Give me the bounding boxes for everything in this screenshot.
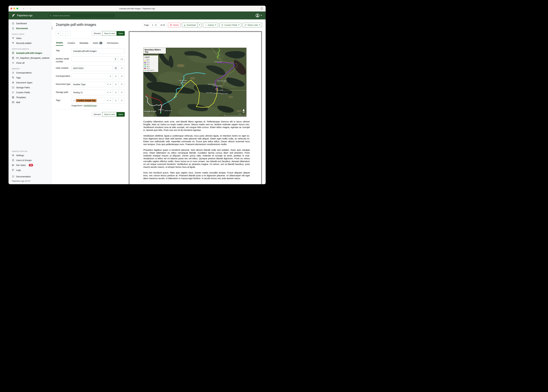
- tab-content[interactable]: Content: [67, 40, 75, 46]
- filter-by-date-button[interactable]: [119, 66, 125, 71]
- share-icon[interactable]: [260, 7, 263, 10]
- calendar-button[interactable]: [113, 66, 119, 71]
- field-correspondent: Correspondent: [56, 74, 125, 79]
- list-details-icon: [12, 91, 14, 94]
- tags-select[interactable]: ✕ Another Sample Tag ✕: [71, 98, 113, 103]
- map-title: Boundary Waters Trip: [145, 49, 165, 53]
- add-tag-button[interactable]: [113, 98, 119, 103]
- date-created-value: 03/27/2022: [73, 67, 84, 70]
- save-and-next-button[interactable]: Save & next: [102, 112, 117, 117]
- clear-icon[interactable]: ✕: [106, 91, 110, 94]
- legend-label: Day 1: [146, 58, 150, 60]
- sidebar-item-label: H7_Napoleon_Bonaparte_zadanie: [16, 57, 50, 59]
- browser-forward-icon[interactable]: ›: [29, 7, 32, 10]
- legend-item: Entry Point 24: [144, 70, 157, 71]
- title-input[interactable]: 2sample-pdf-with-images: [71, 48, 125, 54]
- sidebar-item-storage-paths[interactable]: Storage Paths: [8, 85, 51, 90]
- user-menu[interactable]: [255, 14, 262, 17]
- page-label: Page: [143, 22, 151, 28]
- sidebar-item-documentation[interactable]: Documentation: [8, 174, 51, 179]
- next-document-button[interactable]: →: [65, 31, 70, 36]
- correspondent-select[interactable]: [71, 74, 113, 79]
- sidebar-item-templates[interactable]: Templates: [8, 95, 51, 100]
- filter-by-document-type-button[interactable]: [119, 82, 125, 87]
- sidebar-collapse-button[interactable]: «: [51, 26, 53, 30]
- sidebar-item-tags[interactable]: Tags: [8, 75, 51, 80]
- sidebar-open-doc-2[interactable]: H7_Napoleon_Bonaparte_zadanie: [8, 56, 51, 60]
- close-document-button[interactable]: ✕: [56, 31, 61, 36]
- legend-item: Day 3: [144, 62, 157, 63]
- map-label: Indian Grave Island: [217, 80, 227, 82]
- filter-by-tag-button[interactable]: [119, 98, 125, 103]
- browser-back-icon[interactable]: ‹: [22, 7, 25, 10]
- remove-tag-icon[interactable]: ✕: [73, 99, 75, 102]
- tag-chip[interactable]: Another Sample Tag: [76, 99, 97, 102]
- sidebar-item-documents[interactable]: Documents: [8, 26, 51, 31]
- asn-stepper[interactable]: [114, 57, 117, 61]
- sidebar-item-settings[interactable]: Settings: [8, 153, 51, 158]
- sidebar-item-logs[interactable]: Logs: [8, 168, 51, 173]
- page-number-input[interactable]: 1: [150, 22, 159, 28]
- custom-fields-button[interactable]: Custom Fields: [219, 23, 241, 27]
- tab-notes-label: Notes: [93, 42, 98, 44]
- download-button[interactable]: Download: [182, 23, 198, 27]
- sidebar-item-recently-added[interactable]: Recently Added: [8, 41, 51, 46]
- save-and-next-button[interactable]: Save & next: [102, 31, 117, 36]
- save-button[interactable]: Save: [116, 112, 125, 117]
- filter-by-correspondent-button[interactable]: [119, 74, 125, 79]
- pdf-preview-pane[interactable]: Hausons Island New York Island Gary Isla…: [129, 31, 262, 184]
- legend-title: Legend: [144, 56, 157, 58]
- close-icon: [12, 62, 14, 64]
- sidebar-item-label: Documents: [16, 27, 28, 30]
- document-paragraph: Curabitur bibendum ante urna, sed blandi…: [143, 120, 250, 132]
- sidebar-item-document-types[interactable]: Document Types: [8, 80, 51, 85]
- discard-button[interactable]: Discard: [92, 112, 102, 117]
- legend-label: Day 3: [146, 62, 150, 63]
- sidebar-item-correspondents[interactable]: Correspondents: [8, 70, 51, 75]
- sidebar-open-doc-current[interactable]: 2sample-pdf-with-images: [8, 50, 51, 56]
- actions-button[interactable]: ... Actions: [203, 23, 218, 27]
- legend-label: Day 4: [146, 64, 150, 65]
- sidebar-item-users-groups[interactable]: Users & Groups: [8, 158, 51, 163]
- app-brand[interactable]: Paperless-ngx: [8, 14, 51, 17]
- suggestion-link[interactable]: TagWithPartial: [84, 105, 97, 107]
- sidebar-item-dashboard[interactable]: Dashboard: [8, 21, 51, 26]
- global-search[interactable]: Search documents: [48, 13, 116, 18]
- sidebar-item-custom-fields[interactable]: Custom Fields: [8, 90, 51, 95]
- user-avatar-icon: [255, 14, 260, 17]
- save-button[interactable]: Save: [116, 31, 125, 36]
- add-document-type-button[interactable]: [113, 82, 119, 87]
- tab-metadata[interactable]: Metadata: [79, 40, 88, 46]
- filter-by-storage-path-button[interactable]: [119, 90, 125, 95]
- sidebar-item-close-all[interactable]: Close all: [8, 60, 51, 65]
- clear-icon[interactable]: ✕: [106, 83, 110, 86]
- tab-notes[interactable]: Notes 1: [93, 40, 103, 46]
- close-window-button[interactable]: [10, 8, 12, 9]
- sidebar-item-file-tasks[interactable]: File Tasks 16: [8, 163, 51, 168]
- asn-increment-button[interactable]: +1: [119, 56, 125, 62]
- page-number-stepper[interactable]: [154, 23, 157, 27]
- delete-button[interactable]: Delete: [168, 23, 180, 27]
- tab-permissions[interactable]: Permissions: [107, 40, 119, 46]
- add-correspondent-button[interactable]: [113, 74, 119, 79]
- legend-label: Entry Point 24: [147, 70, 154, 71]
- asn-input[interactable]: [71, 56, 119, 62]
- field-label: Correspondent: [56, 74, 71, 79]
- storage-path-select[interactable]: Testing 12 ✕: [71, 90, 113, 95]
- document-type-select[interactable]: Another Type ✕: [71, 82, 113, 87]
- sidebar-item-inbox[interactable]: Inbox: [8, 36, 51, 41]
- field-label: Storage path: [56, 90, 71, 95]
- date-created-input[interactable]: 03/27/2022: [71, 66, 113, 71]
- previous-document-button[interactable]: ←: [61, 31, 65, 36]
- document-header-row: 2sample-pdf-with-images Page 1 of 10 Del…: [56, 22, 262, 28]
- tab-details[interactable]: Details: [56, 40, 63, 46]
- zoom-window-button[interactable]: [16, 8, 18, 9]
- filter-funnel-icon: [12, 37, 14, 39]
- clear-icon[interactable]: ✕: [106, 99, 110, 102]
- discard-button[interactable]: Discard: [92, 31, 102, 36]
- download-options-button[interactable]: [197, 23, 202, 27]
- share-links-button[interactable]: Share Links: [243, 23, 262, 27]
- minimize-window-button[interactable]: [14, 8, 15, 9]
- add-storage-path-button[interactable]: [113, 90, 119, 95]
- sidebar-item-mail[interactable]: Mail: [8, 100, 51, 105]
